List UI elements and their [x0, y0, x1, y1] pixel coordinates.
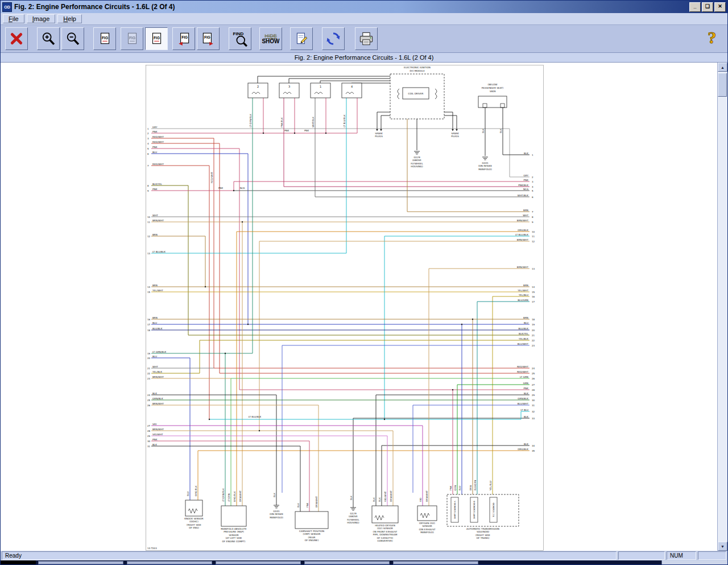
g101-ground-bottom: G101(ON INTAKEMANIFOLD)	[270, 510, 284, 519]
print-button[interactable]	[355, 27, 378, 50]
scrollbar-down-button[interactable]: ▼	[718, 542, 727, 551]
svg-text:HEATED OXYGEN: HEATED OXYGEN	[375, 524, 395, 527]
minimize-button[interactable]: _	[689, 2, 701, 12]
help-button[interactable]: ?	[702, 27, 722, 50]
svg-text:WHT/BLK: WHT/BLK	[518, 194, 528, 197]
svg-text:G129: G129	[350, 512, 357, 515]
svg-text:PNK: PNK	[152, 130, 158, 133]
svg-text:(RIGHT SIDE: (RIGHT SIDE	[187, 523, 201, 526]
svg-text:PNK: PNK	[152, 438, 158, 441]
svg-text:4: 4	[147, 142, 149, 145]
svg-text:1: 1	[320, 85, 321, 88]
next-figure-button[interactable]: FIG	[197, 27, 220, 50]
svg-text:21: 21	[147, 367, 151, 370]
svg-text:14: 14	[532, 286, 535, 288]
menu-image[interactable]: Image	[27, 14, 56, 23]
svg-text:PNK/BLK: PNK/BLK	[518, 184, 528, 187]
maximize-button[interactable]: ❏	[702, 2, 713, 12]
hide-show-button[interactable]: HIDESHOW	[259, 27, 282, 50]
svg-text:9: 9	[532, 221, 533, 224]
taskbar-button[interactable]	[38, 561, 123, 564]
svg-text:BRN/WHT: BRN/WHT	[517, 238, 529, 241]
svg-text:?: ?	[708, 28, 716, 47]
svg-text:PNK: PNK	[306, 502, 309, 508]
svg-text:SOLENOID: SOLENOID	[477, 530, 489, 533]
find-button[interactable]: FIND	[229, 27, 251, 50]
svg-text:10: 10	[147, 216, 151, 218]
status-bar: Ready NUM	[1, 551, 727, 560]
previous-figure-button[interactable]: FIG	[172, 27, 195, 50]
svg-text:11: 11	[147, 221, 151, 224]
svg-text:WHT: WHT	[523, 214, 528, 217]
svg-text:15: 15	[147, 291, 151, 294]
svg-text:(EI) MODULE: (EI) MODULE	[410, 69, 425, 72]
svg-text:BLK: BLK	[524, 152, 528, 155]
scrollbar-up-button[interactable]: ▲	[718, 63, 727, 72]
svg-text:LT BLU: LT BLU	[520, 409, 528, 411]
notes-icon	[294, 31, 309, 46]
svg-text:FLYWHEEL: FLYWHEEL	[347, 518, 359, 521]
svg-text:3: 3	[532, 180, 533, 183]
title-bar: OD Fig. 2: Engine Performance Circuits -…	[1, 1, 727, 13]
taskbar-button[interactable]	[304, 561, 390, 564]
zoom-in-button[interactable]	[37, 27, 60, 50]
svg-text:MANIFOLD ABSOLUTE: MANIFOLD ABSOLUTE	[221, 527, 247, 530]
status-pane-1	[618, 551, 665, 560]
svg-text:29: 29	[532, 394, 535, 397]
close-button[interactable]: ✕	[714, 2, 726, 12]
figure-full-view-button[interactable]: FIG	[121, 27, 143, 50]
window-title: Fig. 2: Engine Performance Circuits - 1.…	[14, 3, 689, 11]
close-figure-button[interactable]	[5, 27, 28, 50]
svg-text:BLK: BLK	[273, 493, 276, 497]
menu-help[interactable]: Help	[57, 14, 82, 23]
svg-text:PLUGS: PLUGS	[375, 135, 383, 138]
svg-text:BLK: BLK	[152, 443, 157, 446]
zoom-out-button[interactable]	[61, 27, 84, 50]
svg-text:RED/WHT: RED/WHT	[152, 141, 164, 143]
svg-text:GRY: GRY	[524, 174, 529, 177]
svg-text:14-7203: 14-7203	[147, 547, 157, 550]
svg-text:BLU/BLK: BLU/BLK	[519, 327, 529, 330]
svg-text:OF ENG): OF ENG)	[189, 526, 199, 529]
svg-text:BLU: BLU	[187, 492, 189, 496]
vertical-scrollbar[interactable]: ▲ ▼	[717, 63, 727, 551]
figure-normal-view-button[interactable]: FIG	[145, 27, 168, 50]
taskbar-button[interactable]	[127, 561, 212, 564]
svg-text:BLK/YEL: BLK/YEL	[519, 332, 529, 335]
fig-icon: FIG	[149, 31, 164, 46]
taskbar-button[interactable]	[393, 561, 478, 564]
notes-button[interactable]	[290, 27, 313, 50]
svg-text:BLU/BLK: BLU/BLK	[152, 327, 163, 330]
ignition-coil-2: 2	[248, 83, 268, 98]
svg-text:5: 5	[532, 189, 533, 192]
svg-text:KNOCK SENSOR: KNOCK SENSOR	[184, 517, 204, 520]
svg-text:23: 23	[532, 344, 535, 347]
taskbar-button[interactable]	[216, 561, 301, 564]
svg-text:LT GRN/BLK: LT GRN/BLK	[222, 488, 225, 502]
components: KNOCK SENSOR(DOHC)(RIGHT SIDEOF ENG)MANI…	[184, 132, 519, 543]
scrollbar-thumb[interactable]	[718, 73, 727, 97]
svg-text:ORG/BLK: ORG/BLK	[195, 485, 197, 496]
svg-text:BRN: BRN	[523, 316, 528, 319]
svg-text:BRN/WHT: BRN/WHT	[152, 376, 164, 378]
start-button[interactable]	[1, 560, 36, 564]
refresh-button[interactable]	[322, 27, 345, 50]
svg-text:BLK: BLK	[297, 503, 300, 508]
svg-text:3: 3	[288, 85, 290, 88]
svg-text:35: 35	[532, 449, 535, 452]
svg-text:7: 7	[147, 164, 149, 167]
svg-text:SPARK: SPARK	[451, 132, 459, 135]
svg-text:BRN: BRN	[523, 209, 528, 212]
svg-text:PNK: PNK	[449, 485, 452, 490]
svg-text:LT BLU/BLK: LT BLU/BLK	[152, 250, 166, 253]
scrollbar-track[interactable]	[718, 72, 727, 542]
heated-o2-sensor: HEATED OXYGEN(O2) SENSOR(IN FRONT EXHAUS…	[372, 506, 398, 542]
figure-canvas[interactable]: 2314COIL DRIVERELECTRONIC IGNITION(EI) M…	[1, 63, 727, 551]
svg-text:OF CATALYTIC: OF CATALYTIC	[377, 537, 394, 539]
menu-file[interactable]: File	[3, 14, 24, 23]
svg-text:BLU/GRN: BLU/GRN	[518, 299, 528, 302]
svg-text:FIG: FIG	[129, 36, 135, 40]
svg-text:ELECTRONIC IGNITION: ELECTRONIC IGNITION	[404, 66, 431, 69]
svg-text:OF ENGINE COMPT): OF ENGINE COMPT)	[222, 540, 246, 543]
figure-list-button[interactable]: FIG	[93, 27, 116, 50]
